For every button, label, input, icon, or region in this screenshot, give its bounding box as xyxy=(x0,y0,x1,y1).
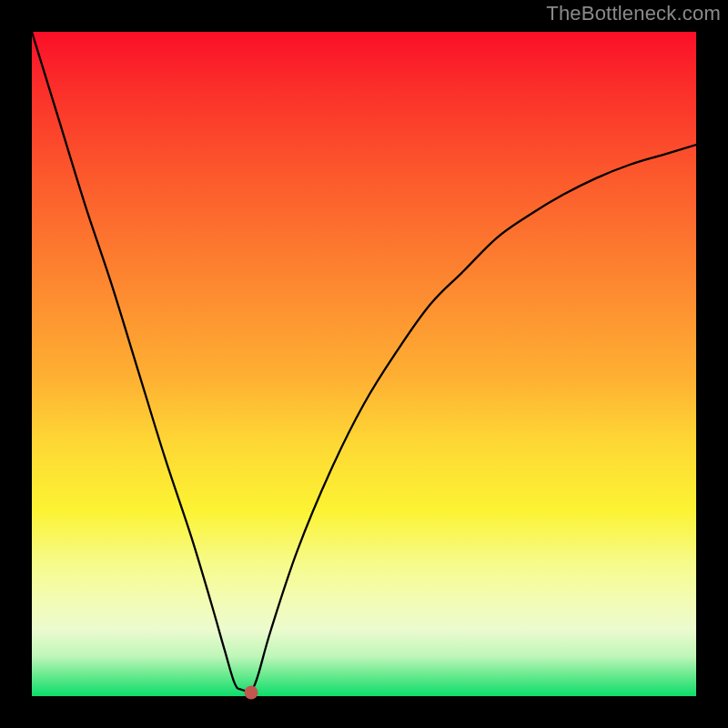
plot-area xyxy=(32,32,696,696)
curve-svg xyxy=(32,32,696,696)
watermark-text: TheBottleneck.com xyxy=(546,2,721,25)
minimum-marker xyxy=(244,686,258,700)
chart-frame: TheBottleneck.com xyxy=(0,0,728,728)
curve-path xyxy=(32,32,696,691)
